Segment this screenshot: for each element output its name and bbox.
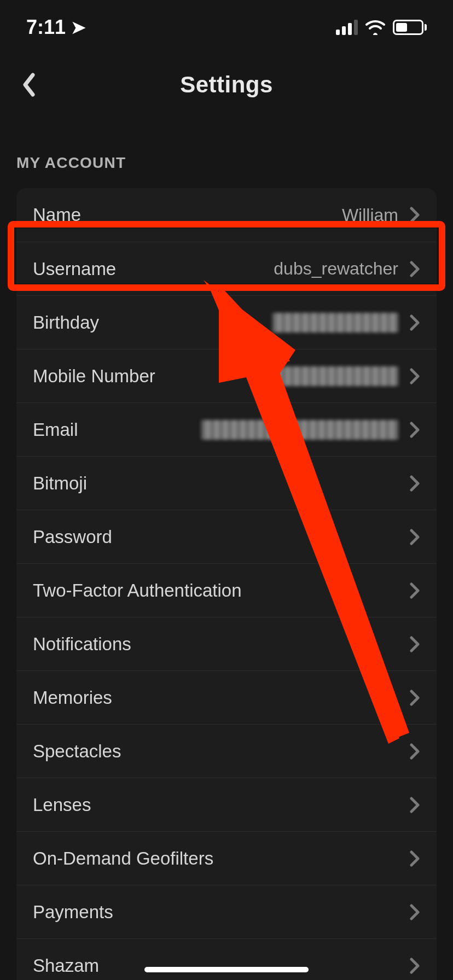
row-spectacles[interactable]: Spectacles	[16, 724, 437, 778]
status-time-area: 7:11 ➤	[26, 16, 86, 39]
home-indicator	[144, 967, 309, 972]
chevron-right-icon	[409, 743, 420, 760]
row-label: Mobile Number	[33, 366, 155, 387]
row-label: Shazam	[33, 955, 99, 976]
row-label: Lenses	[33, 795, 91, 815]
chevron-right-icon	[409, 957, 420, 975]
chevron-right-icon	[409, 689, 420, 707]
row-label: Bitmoji	[33, 473, 87, 494]
settings-list: Name William Username dubs_rewatcher Bir…	[16, 188, 437, 980]
chevron-right-icon	[409, 582, 420, 599]
row-notifications[interactable]: Notifications	[16, 617, 437, 670]
row-label: Two-Factor Authentication	[33, 580, 242, 601]
row-payments[interactable]: Payments	[16, 885, 437, 938]
row-label: Name	[33, 205, 81, 225]
row-memories[interactable]: Memories	[16, 670, 437, 724]
row-mobile-number[interactable]: Mobile Number	[16, 349, 437, 402]
section-header-my-account: MY ACCOUNT	[0, 115, 453, 183]
chevron-right-icon	[409, 850, 420, 867]
row-username[interactable]: Username dubs_rewatcher	[16, 242, 437, 295]
row-name[interactable]: Name William	[16, 188, 437, 242]
chevron-right-icon	[409, 314, 420, 331]
wifi-icon	[365, 20, 385, 35]
chevron-right-icon	[409, 421, 420, 439]
chevron-right-icon	[409, 796, 420, 814]
row-two-factor[interactable]: Two-Factor Authentication	[16, 563, 437, 617]
chevron-right-icon	[409, 206, 420, 224]
row-password[interactable]: Password	[16, 510, 437, 563]
chevron-right-icon	[409, 903, 420, 921]
row-value: dubs_rewatcher	[274, 259, 398, 279]
row-value-redacted	[272, 366, 398, 386]
row-shazam[interactable]: Shazam	[16, 938, 437, 980]
status-bar: 7:11 ➤	[0, 0, 453, 55]
row-label: Notifications	[33, 634, 131, 655]
row-label: Spectacles	[33, 741, 121, 762]
row-label: Birthday	[33, 312, 99, 333]
chevron-right-icon	[409, 528, 420, 546]
chevron-right-icon	[409, 635, 420, 653]
row-value-redacted	[272, 313, 398, 332]
row-lenses[interactable]: Lenses	[16, 778, 437, 831]
row-bitmoji[interactable]: Bitmoji	[16, 456, 437, 510]
row-label: Memories	[33, 687, 112, 708]
status-time: 7:11	[26, 16, 66, 39]
chevron-right-icon	[409, 260, 420, 278]
nav-header: Settings	[0, 55, 453, 115]
row-geofilters[interactable]: On-Demand Geofilters	[16, 831, 437, 885]
row-label: Password	[33, 527, 112, 547]
page-title: Settings	[180, 72, 273, 98]
row-birthday[interactable]: Birthday	[16, 295, 437, 349]
row-label: Username	[33, 259, 116, 279]
location-icon: ➤	[71, 17, 86, 38]
row-label: Email	[33, 419, 78, 440]
row-label: Payments	[33, 902, 113, 923]
chevron-right-icon	[409, 475, 420, 492]
row-value-redacted	[201, 420, 398, 440]
chevron-right-icon	[409, 368, 420, 385]
row-value: William	[342, 205, 398, 225]
cell-signal-icon	[336, 20, 358, 35]
battery-icon	[393, 20, 427, 35]
back-button[interactable]	[15, 71, 43, 98]
status-icons	[336, 20, 427, 35]
row-email[interactable]: Email	[16, 402, 437, 456]
chevron-left-icon	[21, 73, 37, 97]
row-label: On-Demand Geofilters	[33, 848, 213, 869]
